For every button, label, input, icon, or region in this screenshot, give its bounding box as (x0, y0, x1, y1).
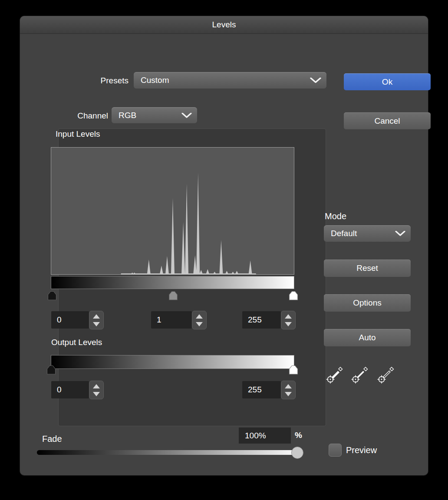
input-highlight-handle[interactable] (289, 290, 298, 301)
stepper-down-icon[interactable] (93, 322, 100, 326)
gray-point-eyedropper-icon (351, 365, 370, 385)
reset-button[interactable]: Reset (324, 260, 411, 277)
output-levels-label: Output Levels (51, 338, 102, 347)
output-highlight-stepper[interactable] (281, 381, 296, 399)
input-gamma-handle[interactable] (168, 290, 178, 301)
output-shadow-handle[interactable] (46, 365, 56, 375)
stepper-up-icon[interactable] (285, 314, 292, 319)
stepper-down-icon[interactable] (285, 322, 292, 326)
stepper-up-icon[interactable] (285, 384, 292, 388)
histogram-svg (51, 148, 294, 274)
mode-value: Default (331, 229, 357, 238)
window-title: Levels (212, 20, 236, 30)
presets-label: Presets (76, 76, 128, 86)
mode-dropdown[interactable]: Default (324, 225, 411, 242)
chevron-down-icon (395, 231, 405, 236)
white-point-eyedropper-button[interactable] (377, 365, 396, 385)
histogram (51, 147, 294, 275)
stepper-down-icon[interactable] (285, 392, 292, 396)
mode-label: Mode (325, 211, 346, 221)
output-shadow-stepper[interactable] (89, 381, 104, 399)
black-point-eyedropper-icon (326, 365, 345, 385)
chevron-down-icon (310, 78, 321, 83)
output-highlight-handle[interactable] (289, 365, 298, 375)
options-button[interactable]: Options (324, 294, 411, 312)
presets-value: Custom (141, 76, 169, 85)
stepper-down-icon[interactable] (196, 322, 203, 326)
preview-checkbox[interactable] (329, 444, 342, 457)
input-shadow-handle[interactable] (47, 290, 57, 301)
fade-value-field[interactable]: 100% (239, 428, 291, 444)
input-shadow-field[interactable]: 0 (51, 311, 89, 329)
output-highlight-field[interactable]: 255 (242, 381, 281, 398)
stepper-down-icon[interactable] (93, 392, 100, 396)
fade-slider-knob[interactable] (291, 447, 303, 459)
gray-point-eyedropper-button[interactable] (351, 365, 370, 385)
percent-label: % (295, 431, 302, 440)
input-gradient-bar (51, 276, 294, 289)
levels-dialog: Levels Presets Custom Channel RGB Ok Can… (20, 16, 428, 475)
fade-slider-track[interactable] (37, 450, 303, 455)
white-point-eyedropper-icon (377, 365, 396, 385)
ok-button[interactable]: Ok (344, 73, 431, 90)
input-shadow-stepper[interactable] (89, 311, 104, 329)
channel-label: Channel (49, 111, 108, 121)
channel-value: RGB (119, 111, 136, 120)
input-levels-label: Input Levels (56, 129, 100, 139)
preview-label: Preview (346, 445, 377, 455)
input-gamma-stepper[interactable] (192, 311, 207, 329)
input-highlight-stepper[interactable] (281, 311, 296, 329)
fade-label: Fade (42, 434, 62, 444)
presets-dropdown[interactable]: Custom (134, 72, 326, 89)
black-point-eyedropper-button[interactable] (326, 365, 345, 385)
output-shadow-field[interactable]: 0 (51, 381, 89, 398)
title-bar[interactable]: Levels (20, 16, 428, 34)
stepper-up-icon[interactable] (196, 314, 203, 319)
screen: Levels Presets Custom Channel RGB Ok Can… (0, 0, 448, 500)
stepper-up-icon[interactable] (93, 314, 100, 319)
cancel-button[interactable]: Cancel (344, 112, 431, 129)
stepper-up-icon[interactable] (93, 384, 100, 388)
auto-button[interactable]: Auto (324, 329, 411, 346)
input-highlight-field[interactable]: 255 (242, 311, 281, 329)
input-gamma-field[interactable]: 1 (151, 311, 192, 329)
histogram-path (131, 173, 252, 274)
chevron-down-icon (181, 113, 192, 118)
output-gradient-bar (51, 355, 294, 369)
channel-dropdown[interactable]: RGB (112, 107, 197, 123)
